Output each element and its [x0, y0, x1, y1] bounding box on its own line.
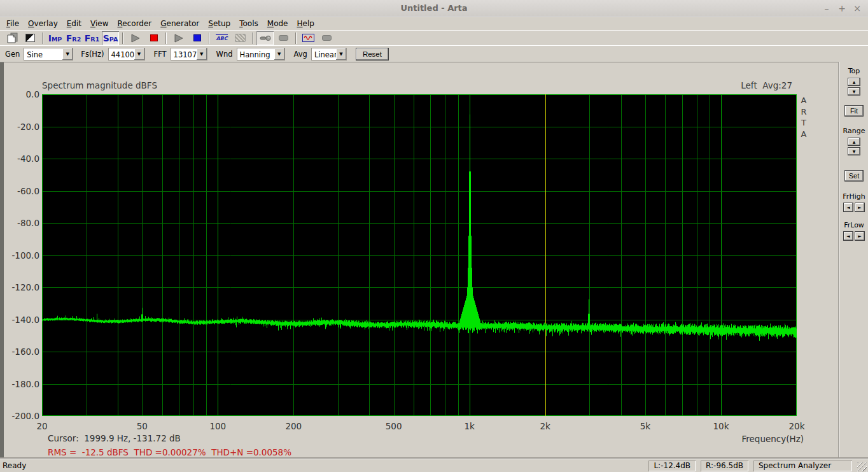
chevron-down-icon[interactable]: ▼ [274, 48, 284, 60]
y-tick-label: -160.0 [0, 347, 39, 357]
avg-label: Avg [294, 50, 307, 59]
arta-watermark: ARTA [799, 95, 808, 139]
averaging-select[interactable]: Linear ▼ [311, 48, 347, 61]
fr2-mode-button[interactable]: FR2 [65, 31, 82, 45]
range-up-button[interactable]: ▲ [848, 138, 860, 146]
top-down-button[interactable]: ▼ [848, 87, 860, 96]
cursor-readout: Cursor: 1999.9 Hz, -131.72 dB [48, 433, 181, 443]
fr1-mode-button[interactable]: FR1 [83, 31, 101, 45]
mic-input-button[interactable] [256, 31, 274, 45]
impulse-mode-button-label: IMP [48, 33, 62, 43]
overlay-button[interactable] [22, 31, 39, 45]
chevron-down-icon[interactable]: ▼ [336, 48, 346, 60]
y-tick-label: -40.0 [0, 154, 39, 164]
window-controls: – + × [821, 0, 863, 17]
range-down-button[interactable]: ▼ [848, 147, 860, 155]
fft-label: FFT [154, 50, 167, 59]
controls-row: Gen Sine ▼ Fs(Hz) 44100 ▼ FFT 131072 ▼ W… [0, 45, 868, 62]
reset-button[interactable]: Reset [356, 48, 389, 61]
menu-generator[interactable]: Generator [156, 18, 204, 29]
samplerate-select[interactable]: 44100 ▼ [108, 48, 145, 61]
y-tick-label: -60.0 [0, 186, 39, 196]
app-window: Untitled - Arta – + × FileOverlayEditVie… [0, 0, 868, 472]
generator-select[interactable]: Sine ▼ [24, 48, 73, 61]
toolbar: IMPFR2FR1SPAABC [0, 30, 868, 45]
resize-grip-icon[interactable] [857, 462, 867, 471]
menu-edit[interactable]: Edit [62, 18, 86, 29]
toolbar-separator [42, 32, 43, 44]
averaging-value: Linear [312, 48, 336, 60]
new-file-button[interactable] [3, 31, 20, 45]
titlebar[interactable]: Untitled - Arta – + × [0, 0, 868, 17]
menu-overlay[interactable]: Overlay [24, 18, 62, 29]
y-tick-label: -20.0 [0, 122, 39, 132]
fit-button[interactable]: Fit [844, 105, 864, 117]
calibrate-button[interactable]: ABC [213, 31, 230, 45]
record-play-button[interactable] [127, 31, 144, 45]
overlay-manager-button[interactable] [232, 31, 249, 45]
blank-icon [279, 35, 288, 41]
menu-help[interactable]: Help [292, 18, 318, 29]
status-ready: Ready [3, 461, 26, 470]
gen-label: Gen [5, 50, 20, 59]
top-up-button[interactable]: ▲ [848, 78, 860, 86]
right-control-panel: Top ▲ ▼ Fit Range ▲ ▼ Set FrHigh ◄ ► FrL… [839, 62, 868, 459]
frhigh-right-button[interactable]: ► [855, 203, 865, 212]
channel-average-info: Left Avg:27 [741, 80, 792, 90]
menu-view[interactable]: View [86, 18, 113, 29]
thd-readout: RMS = -12.5 dBFS THD =0.00027% THD+N =0.… [48, 447, 291, 457]
wnd-label: Wnd [216, 50, 233, 59]
x-tick-label: 20 [36, 421, 47, 431]
close-button[interactable]: × [851, 3, 863, 14]
hatched-icon [235, 34, 246, 42]
fft-size-value: 131072 [171, 48, 197, 60]
maximize-button[interactable]: + [836, 3, 848, 14]
menu-tools[interactable]: Tools [235, 18, 263, 29]
generator-stop-button[interactable] [188, 31, 206, 45]
spectrum-plot-canvas[interactable] [42, 94, 797, 416]
x-axis-label: Frequency(Hz) [741, 434, 804, 444]
line-input-button[interactable] [275, 31, 292, 45]
x-tick-label: 200 [285, 421, 302, 431]
stop-icon [193, 34, 201, 41]
mode-indicator: Spectrum Analyzer [753, 461, 852, 471]
window-title: Untitled - Arta [400, 3, 467, 13]
toolbar-separator [165, 32, 167, 44]
menu-recorder[interactable]: Recorder [113, 18, 157, 29]
record-button[interactable] [145, 31, 162, 45]
sine-wave-icon [302, 34, 314, 42]
chevron-down-icon[interactable]: ▼ [197, 48, 207, 60]
client-top-edge [0, 62, 839, 62]
set-button[interactable]: Set [844, 170, 864, 182]
spectrum-mode-button-label: SPA [103, 33, 118, 43]
generator-config-button[interactable] [318, 31, 335, 45]
x-tick-label: 5k [640, 421, 650, 431]
y-tick-label: -100.0 [0, 250, 39, 261]
frhigh-label: FrHigh [839, 192, 868, 201]
toolbar-separator [122, 32, 123, 44]
spectrum-mode-button[interactable]: SPA [102, 31, 119, 45]
frlow-left-button[interactable]: ◄ [843, 231, 853, 241]
generator-value: Sine [24, 48, 62, 60]
menu-file[interactable]: File [2, 18, 24, 29]
fs-label: Fs(Hz) [81, 50, 104, 59]
impulse-mode-button[interactable]: IMP [46, 31, 64, 45]
x-tick-label: 100 [209, 421, 226, 431]
generator-play-button[interactable] [170, 31, 187, 45]
y-tick-label: -180.0 [0, 379, 39, 389]
signal-generator-button[interactable] [300, 31, 317, 45]
x-tick-label: 1k [464, 421, 474, 431]
overlay-icon [25, 34, 35, 42]
y-tick-label: -80.0 [0, 218, 39, 228]
minimize-button[interactable]: – [821, 3, 832, 14]
chevron-down-icon[interactable]: ▼ [62, 48, 73, 60]
fft-size-select[interactable]: 131072 ▼ [171, 48, 207, 61]
frhigh-left-button[interactable]: ◄ [843, 203, 853, 212]
window-select[interactable]: Hanning ▼ [237, 48, 285, 61]
y-tick-label: -140.0 [0, 315, 39, 325]
menu-mode[interactable]: Mode [263, 18, 293, 29]
chevron-down-icon[interactable]: ▼ [134, 48, 144, 60]
menu-setup[interactable]: Setup [204, 18, 235, 29]
frlow-right-button[interactable]: ► [855, 231, 865, 241]
menubar: FileOverlayEditViewRecorderGeneratorSetu… [0, 17, 868, 30]
